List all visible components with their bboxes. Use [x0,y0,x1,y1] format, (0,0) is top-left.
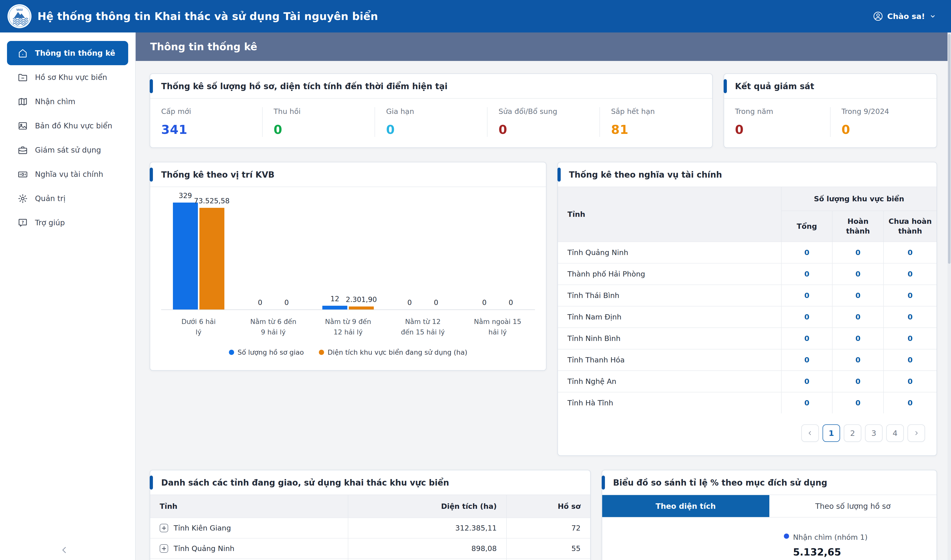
bar-value-label: 73.525,58 [194,197,229,205]
page-prev-button[interactable] [801,425,819,442]
table-row: Tỉnh Hà Tĩnh 0 0 0 [558,392,937,413]
sidebar-item-administration[interactable]: Quản trị [7,186,128,211]
legend-dot-orange [319,350,324,355]
sidebar-item-label: Trợ giúp [35,218,65,227]
province-name: Tỉnh Quảng Ninh [558,242,781,263]
table-row: Tỉnh Ninh Bình 0 0 0 [558,328,937,349]
card-accent-bar [723,79,727,93]
collapse-sidebar-button[interactable] [60,546,69,554]
province-cell: Tỉnh Quảng Ninh [150,538,348,559]
page-number-button[interactable]: 3 [865,425,883,442]
page-title-band: Thông tin thống kê [136,32,951,61]
province-name: Tỉnh Hà Tĩnh [558,392,781,413]
bar-value-label: 0 [434,298,438,307]
sidebar-item-label: Quản trị [35,194,65,203]
banknote-icon [17,169,28,180]
bar-group: 0 0 [462,203,533,309]
financial-obligation-card: Thống kê theo nghĩa vụ tài chính Tỉnh Số… [557,162,937,456]
sidebar-item-marine-area-records[interactable]: Hồ sơ Khu vực biển [7,65,128,89]
page-number-button[interactable]: 1 [823,425,840,442]
table-row: Tỉnh Nghệ An 0 0 0 [558,371,937,392]
kvb-position-chart-card: Thống kê theo vị trí KVB 329 73.525,58 [150,162,546,371]
user-menu[interactable]: Chào sa! [873,11,937,22]
bar-value-label: 0 [258,298,262,307]
done-value: 0 [832,371,883,392]
sidebar-item-label: Hồ sơ Khu vực biển [35,73,107,82]
expand-plus-icon[interactable] [160,524,168,532]
column-header-province: Tỉnh [558,187,781,242]
card-title-row: Kết quả giám sát [724,74,937,98]
help-icon: ? [17,218,28,228]
page-numbers: 1 2 3 4 [823,425,904,442]
done-value: 0 [832,285,883,306]
province-name: Tỉnh Nam Định [558,306,781,328]
scrollbar-track[interactable] [948,32,951,560]
stat-label: Sửa đổi/Bổ sung [499,107,599,115]
expand-plus-icon[interactable] [160,544,168,553]
legend-value: 5.132,65 [793,546,926,558]
sidebar-item-dumping[interactable]: Nhận chìm [7,89,128,114]
main-area: Thông tin thống kê Thống kê số lượng hồ … [136,32,951,560]
total-value: 0 [781,392,833,413]
tab[interactable]: Theo diện tích [602,495,769,517]
stat-value: 0 [386,123,487,137]
table-row: Tỉnh Quảng Ninh 898,08 55 [150,538,590,559]
total-value: 0 [781,263,833,285]
records-cell: 55 [506,538,590,559]
table-row: Tỉnh Trà Vinh 10.235,61 37 [150,559,590,560]
bar-group: 329 73.525,58 [163,203,234,309]
stat-label: Gia hạn [386,107,487,115]
province-name: Tỉnh Thái Bình [558,285,781,306]
card-accent-bar [602,475,605,489]
purpose-chart-body: Nhận chìm (nhóm 1) 5.132,65 Làm cảng biể… [602,517,937,560]
stat-column: Cấp mới 341 [150,107,262,137]
stats-row: Cấp mới 341 Thu hồi 0 Gia hạn 0 [150,98,712,148]
bar-value-label: 329 [179,192,192,200]
scrollbar-thumb[interactable] [948,34,951,264]
tab[interactable]: Theo số lượng hồ sơ [769,495,937,517]
app-title: Hệ thống thông tin Khai thác và sử dụng … [37,10,378,23]
done-value: 0 [832,306,883,328]
column-header-done: Hoàn thành [832,211,883,242]
monitoring-results-card: Kết quả giám sát Trong năm 0 Trong 9/202… [723,74,937,148]
bottom-row: Danh sách các tỉnh đang giao, sử dụng kh… [150,470,937,560]
page-next-button[interactable] [908,425,925,442]
page-number-button[interactable]: 4 [886,425,904,442]
records-cell: 37 [506,559,590,560]
provinces-usage-card: Danh sách các tỉnh đang giao, sử dụng kh… [150,470,591,560]
page-number-button[interactable]: 2 [844,425,861,442]
done-value: 0 [832,242,883,263]
total-value: 0 [781,328,833,349]
legend-item: Nhận chìm (nhóm 1) 5.132,65 [784,532,926,558]
card-title-row: Danh sách các tỉnh đang giao, sử dụng kh… [150,470,590,495]
legend-dot-blue [229,350,234,355]
done-value: 0 [832,328,883,349]
province-name: Tỉnh Thanh Hóa [558,349,781,371]
stat-label: Thu hồi [274,107,375,115]
card-title: Danh sách các tỉnh đang giao, sử dụng kh… [161,478,449,488]
province-name: Tỉnh Ninh Bình [558,328,781,349]
records-summary-card: Thống kê số lượng hồ sơ, diện tích tính … [150,74,712,148]
middle-row: Thống kê theo vị trí KVB 329 73.525,58 [150,162,937,456]
stat-label: Cấp mới [161,107,262,115]
card-title-row: Thống kê số lượng hồ sơ, diện tích tính … [150,74,712,98]
page-title: Thông tin thống kê [150,41,257,52]
sidebar-item-help[interactable]: ? Trợ giúp [7,211,128,235]
sidebar-item-financial-obligations[interactable]: Nghĩa vụ tài chính [7,162,128,186]
province-name: Tỉnh Kiên Giang [174,524,231,532]
column-header-records: Hồ sơ [506,495,590,518]
legend-label: Diện tích khu vực biển đang sử dụng (ha) [328,348,467,356]
sidebar-item-marine-area-map[interactable]: Bản đồ Khu vực biển [7,114,128,138]
card-title-row: Biểu đồ so sánh tỉ lệ % theo mục đích sử… [602,470,937,495]
stat-label: Trong năm [735,107,830,115]
sidebar-item-statistics[interactable]: Thông tin thống kê [7,41,128,65]
total-value: 0 [781,349,833,371]
bar-records: 329 [173,203,198,309]
svg-text:?: ? [22,220,24,225]
stat-column: Thu hồi 0 [262,107,375,137]
sidebar-item-usage-monitoring[interactable]: Giám sát sử dụng [7,138,128,162]
card-accent-bar [150,475,153,489]
stat-label: Trong 9/2024 [842,107,937,115]
card-title: Kết quả giám sát [735,82,814,91]
x-axis-labels: Dưới 6 hải lý Nằm từ 6 đến 9 hải lý Nằm … [161,317,535,337]
